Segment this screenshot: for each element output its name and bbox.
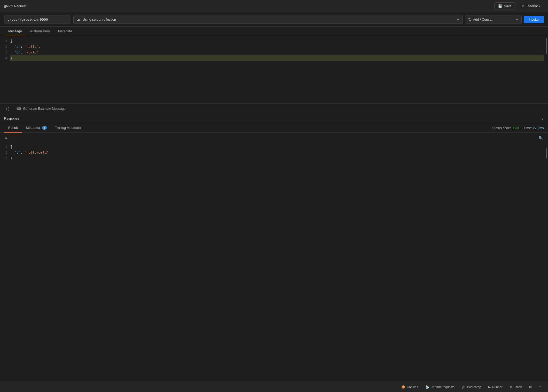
line-numbers: 1 2 3 4	[0, 38, 10, 101]
generate-example-button[interactable]: ⌨ Generate Example Message	[14, 106, 68, 112]
tab-authorization[interactable]: Authorization	[26, 27, 54, 36]
code-line-1: {	[10, 38, 544, 44]
word-wrap-button[interactable]: ≡→	[4, 135, 12, 141]
time-value: 270 ms	[533, 126, 544, 130]
response-tabs: Result Metadata 1 Trailing Metadata Stat…	[0, 123, 548, 133]
cloud-icon: ☁	[77, 17, 81, 22]
tab-result[interactable]: Result	[4, 123, 22, 133]
response-scrollbar-thumb	[546, 148, 547, 159]
response-body: ≡→ 🔍 1 2 3 { "v": "helloworld" }	[0, 133, 548, 382]
header-actions: 💾 Save ↗ Feedback	[494, 2, 544, 10]
editor-toolbar: { } ⌨ Generate Example Message	[0, 103, 548, 114]
request-editor: 1 2 3 4 { "a": "hello", "b": "world" }	[0, 36, 548, 103]
generate-icon: ⌨	[17, 107, 21, 111]
tab-message[interactable]: Message	[4, 27, 26, 36]
response-code: 1 2 3 { "v": "helloworld" }	[0, 143, 548, 382]
response-line-numbers: 1 2 3	[0, 144, 10, 381]
response-code-content: { "v": "helloworld" }	[10, 144, 548, 381]
footer-help[interactable]: ?	[536, 384, 544, 390]
url-input[interactable]	[4, 15, 71, 23]
capture-icon: 📡	[425, 385, 429, 389]
feedback-button[interactable]: ↗ Feedback	[518, 3, 544, 10]
grid-icon: ⊞	[529, 385, 532, 389]
scrollbar-thumb	[546, 38, 547, 54]
footer-grid[interactable]: ⊞	[526, 384, 535, 390]
status-info: Status code: 0 OK Time: 270 ms	[492, 126, 544, 130]
format-button[interactable]: { }	[4, 106, 11, 112]
code-line-2: "a": "hello",	[10, 44, 544, 50]
cookie-icon: 🍪	[401, 385, 405, 389]
code-content[interactable]: { "a": "hello", "b": "world" }	[10, 38, 548, 101]
tab-metadata[interactable]: Metadata	[54, 27, 76, 36]
metadata-badge: 1	[42, 126, 47, 130]
footer-runner[interactable]: ▶ Runner	[485, 384, 505, 390]
footer-capture-requests[interactable]: 📡 Capture requests	[422, 384, 458, 390]
save-button[interactable]: 💾 Save	[494, 2, 515, 10]
code-line-3: "b": "world"	[10, 50, 544, 55]
search-button[interactable]: 🔍	[537, 135, 544, 141]
header: gRPC Request 💾 Save ↗ Feedback	[0, 0, 548, 12]
tab-response-metadata[interactable]: Metadata 1	[22, 123, 51, 133]
footer: 🍪 Cookies 📡 Capture requests 🎓 Bootcamp …	[0, 382, 548, 392]
resp-line-3: }	[10, 155, 544, 161]
tab-trailing-metadata[interactable]: Trailing Metadata	[51, 123, 85, 133]
chevron-down-icon: ∨	[516, 18, 518, 21]
footer-cookies[interactable]: 🍪 Cookies	[398, 384, 421, 390]
response-title: Response	[4, 116, 19, 120]
footer-trash[interactable]: 🗑 Trash	[506, 384, 525, 390]
external-link-icon: ↗	[521, 4, 524, 8]
braces-icon: { }	[6, 107, 9, 111]
response-body-toolbar: ≡→ 🔍	[0, 133, 548, 143]
chevron-down-icon: ∨	[457, 18, 459, 21]
collapse-response-button[interactable]: ∨	[541, 116, 544, 120]
response-header: Response ∨	[0, 114, 548, 123]
bootcamp-icon: 🎓	[462, 385, 466, 389]
response-tabs-list: Result Metadata 1 Trailing Metadata	[4, 123, 492, 132]
request-tabs: Message Authorization Metadata	[0, 27, 548, 36]
response-scrollbar[interactable]	[546, 133, 547, 382]
code-line-4: }	[10, 55, 544, 61]
request-toolbar: ☁ Using server reflection ∨ ⇅ Add / Conc…	[0, 12, 548, 27]
method-dropdown[interactable]: ⇅ Add / Concat ∨	[465, 15, 522, 23]
save-icon: 💾	[498, 4, 502, 8]
reflection-dropdown[interactable]: ☁ Using server reflection ∨	[73, 15, 463, 24]
help-icon: ?	[539, 385, 541, 389]
trash-icon: 🗑	[510, 385, 513, 389]
resp-line-1: {	[10, 144, 544, 150]
app-title: gRPC Request	[4, 4, 27, 8]
resp-line-2: "v": "helloworld"	[10, 150, 544, 155]
arrows-icon: ⇅	[468, 18, 471, 21]
editor-scrollbar[interactable]	[546, 36, 547, 103]
runner-icon: ▶	[488, 385, 491, 389]
status-code: 0 OK	[512, 126, 520, 130]
invoke-button[interactable]: Invoke	[524, 16, 544, 23]
footer-bootcamp[interactable]: 🎓 Bootcamp	[459, 384, 484, 390]
response-section: Response ∨ Result Metadata 1 Trailing Me…	[0, 114, 548, 382]
